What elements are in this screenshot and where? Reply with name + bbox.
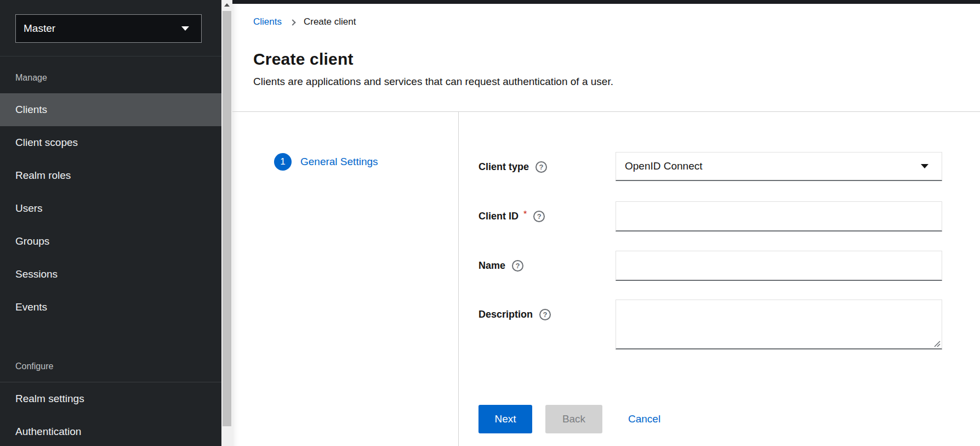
sidebar-divider [0,56,221,57]
sidebar: Master Manage Clients Client scopes Real… [0,0,221,446]
wizard-divider [458,112,459,446]
form-row-description: Description ? [478,300,980,349]
name-label: Name [478,260,505,272]
back-button[interactable]: Back [545,405,602,433]
client-id-input[interactable] [616,202,943,232]
realm-selector-label: Master [24,22,55,35]
help-icon[interactable]: ? [512,260,523,272]
description-label-group: Description ? [478,308,551,320]
wizard-footer: Next Back Cancel [478,405,660,433]
wizard-step-general-settings[interactable]: 1 General Settings [274,153,378,171]
description-field-box [616,300,942,349]
help-icon[interactable]: ? [539,309,551,320]
wizard-step-label: General Settings [300,156,378,168]
required-asterisk: * [523,210,527,219]
scroll-up-button[interactable] [221,0,232,10]
nav-group-manage: Clients Client scopes Realm roles Users … [0,93,221,324]
realm-selector[interactable]: Master [15,14,202,43]
form-row-client-id: Client ID * ? [478,201,980,232]
help-icon[interactable]: ? [535,161,547,173]
sidebar-item-groups[interactable]: Groups [0,225,221,258]
sidebar-item-events[interactable]: Events [0,291,221,324]
main-content: Clients Create client Create client Clie… [232,0,980,446]
sidebar-scrollbar[interactable] [221,0,232,446]
description-textarea[interactable] [616,300,943,348]
masthead-edge [232,0,980,4]
header-divider [232,111,980,112]
name-input[interactable] [616,251,943,281]
chevron-down-icon [181,26,189,31]
scroll-up-icon [224,3,230,7]
help-icon[interactable]: ? [533,211,545,222]
sidebar-item-realm-settings[interactable]: Realm settings [0,382,221,415]
page-title: Create client [253,50,354,69]
sidebar-item-realm-roles[interactable]: Realm roles [0,159,221,192]
scrollbar-thumb[interactable] [223,11,231,426]
keycloak-admin-console: Master Manage Clients Client scopes Real… [0,0,980,446]
client-type-selected-value: OpenID Connect [625,160,921,172]
form-row-name: Name ? [478,251,980,281]
name-label-group: Name ? [478,259,523,272]
client-type-label-group: Client type ? [478,161,547,173]
form-row-client-type: Client type ? OpenID Connect [478,152,980,181]
nav-section-title-manage: Manage [15,73,47,83]
breadcrumb-current: Create client [304,16,356,27]
cancel-link[interactable]: Cancel [628,413,660,425]
page-subtitle: Clients are applications and services th… [253,76,613,88]
sidebar-item-client-scopes[interactable]: Client scopes [0,126,221,159]
breadcrumb-link-clients[interactable]: Clients [253,16,282,27]
wizard-step-number: 1 [274,153,292,171]
description-label: Description [478,309,533,320]
breadcrumb-separator-icon [289,19,295,25]
nav-section-title-configure: Configure [15,362,53,371]
client-type-select[interactable]: OpenID Connect [616,152,942,181]
client-id-label-group: Client ID * ? [478,210,545,222]
breadcrumb: Clients Create client [253,16,356,27]
next-button[interactable]: Next [478,405,532,433]
sidebar-item-clients[interactable]: Clients [0,93,221,126]
client-id-label: Client ID [478,211,519,222]
resize-handle-icon[interactable] [933,340,941,347]
sidebar-item-users[interactable]: Users [0,192,221,225]
sidebar-item-authentication[interactable]: Authentication [0,415,221,446]
client-id-field-box [616,201,942,232]
nav-group-configure: Realm settings Authentication [0,382,221,446]
name-field-box [616,251,942,281]
chevron-down-icon [921,164,928,168]
sidebar-item-sessions[interactable]: Sessions [0,258,221,291]
client-type-label: Client type [478,161,529,173]
